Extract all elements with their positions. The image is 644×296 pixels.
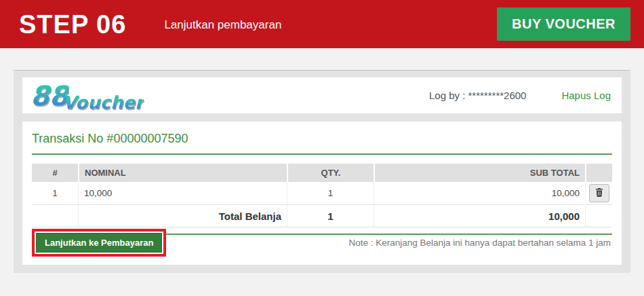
total-label: Total Belanja — [78, 205, 287, 227]
header-qty: QTY. — [287, 164, 374, 182]
cell-number: 1 — [32, 182, 78, 205]
session-info: Log by : *********2600 Hapus Log — [429, 90, 611, 101]
transaction-title: Transaksi No #00000007590 — [32, 132, 612, 146]
total-actions-empty — [585, 205, 612, 227]
table-row: 1 10,000 1 10,000 — [32, 182, 612, 205]
header-actions — [585, 164, 612, 182]
continue-payment-button[interactable]: Lanjutkan ke Pembayaran — [36, 233, 162, 253]
step-title: STEP 06 — [19, 12, 126, 37]
cell-qty: 1 — [287, 182, 374, 205]
trash-icon — [595, 187, 604, 199]
total-empty — [32, 205, 78, 227]
cart-card: 88Voucher Log by : *********2600 Hapus L… — [14, 70, 630, 273]
cart-table: # NOMINAL QTY. SUB TOTAL 1 10,000 1 10,0… — [32, 164, 612, 227]
header-subtotal: SUB TOTAL — [374, 164, 585, 182]
step-subtitle: Lanjutkan pembayaran — [164, 18, 281, 32]
hapus-log-link[interactable]: Hapus Log — [561, 90, 611, 101]
transaction-panel: Transaksi No #00000007590 # NOMINAL QTY.… — [22, 122, 622, 265]
site-header-bar: 88Voucher Log by : *********2600 Hapus L… — [22, 77, 622, 113]
table-header-row: # NOMINAL QTY. SUB TOTAL — [32, 164, 612, 182]
cell-nominal: 10,000 — [78, 182, 287, 205]
total-qty: 1 — [287, 205, 374, 227]
total-subtotal: 10,000 — [374, 205, 585, 227]
buy-voucher-button[interactable]: BUY VOUCHER — [497, 7, 630, 41]
total-row: Total Belanja 1 10,000 — [32, 205, 612, 227]
highlight-annotation: Lanjutkan ke Pembayaran — [32, 229, 166, 257]
log-by-text: Log by : *********2600 — [429, 90, 526, 101]
cart-note: Note : Keranjang Belanja ini hanya dapat… — [348, 238, 612, 248]
cell-subtotal: 10,000 — [374, 182, 585, 205]
cell-actions — [585, 182, 612, 205]
logo-voucher-text: Voucher — [63, 94, 144, 111]
header-nominal: NOMINAL — [78, 164, 287, 182]
step-banner: STEP 06 Lanjutkan pembayaran BUY VOUCHER — [0, 0, 644, 48]
checkout-row: Lanjutkan ke Pembayaran Note : Keranjang… — [32, 229, 612, 257]
site-logo: 88Voucher — [31, 82, 144, 109]
header-number: # — [32, 164, 78, 182]
delete-item-button[interactable] — [589, 184, 609, 202]
divider-top — [32, 153, 612, 155]
